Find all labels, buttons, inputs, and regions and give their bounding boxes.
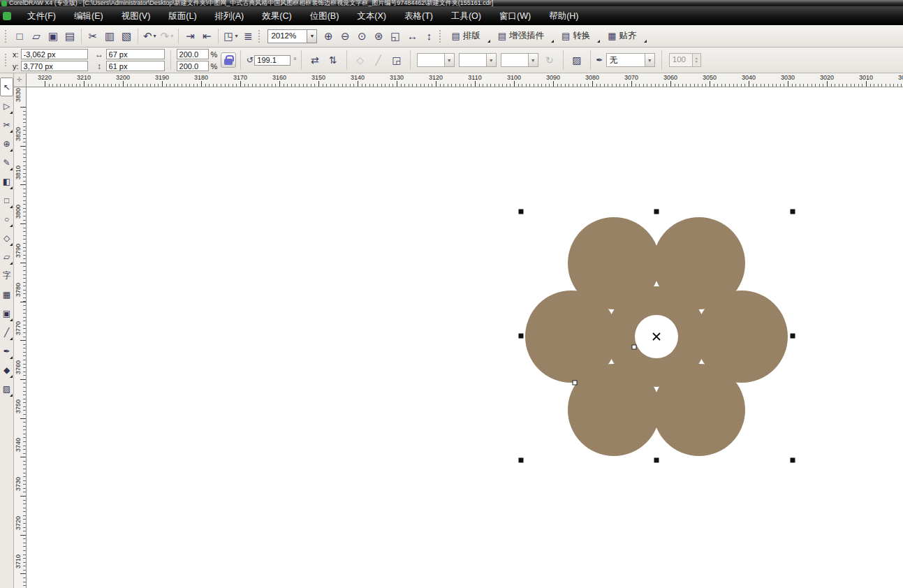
- scale-x-input[interactable]: [177, 49, 209, 59]
- new-button[interactable]: □: [11, 28, 28, 45]
- chevron-down-icon[interactable]: ▼: [307, 29, 317, 43]
- drawing-canvas[interactable]: [27, 87, 903, 588]
- plugins-button[interactable]: ▤增强插件: [492, 28, 550, 45]
- freehand-tool[interactable]: ✎: [0, 153, 13, 172]
- interactive-fill-tool[interactable]: ▨: [0, 379, 13, 398]
- zoom-selected-button[interactable]: ⊙: [353, 28, 370, 45]
- x-position-input[interactable]: [21, 49, 88, 59]
- zoom-tool[interactable]: ⊕: [0, 134, 13, 153]
- ruler-major-tick: [20, 535, 26, 536]
- curve-smoothness-button[interactable]: ◇: [352, 52, 369, 68]
- menu-item-file[interactable]: 文件(F): [18, 8, 65, 24]
- menu-item-arrange[interactable]: 排列(A): [206, 8, 254, 24]
- lock-ratio-button[interactable]: [221, 52, 236, 68]
- print-button[interactable]: ▤: [61, 28, 78, 45]
- convert-button[interactable]: ▤转换: [556, 28, 596, 45]
- menu-item-text[interactable]: 文本(X): [348, 8, 395, 24]
- zoom-height-button[interactable]: ↕: [420, 28, 437, 45]
- blend-tool[interactable]: ▣: [0, 304, 13, 323]
- toolbar-grip[interactable]: [258, 30, 261, 43]
- typeset-button[interactable]: ▤排版: [446, 28, 485, 45]
- vertical-ruler[interactable]: 3830382038103800379037803770376037503740…: [14, 87, 27, 588]
- snap-button[interactable]: ▦贴齐: [602, 28, 642, 45]
- fill-tool[interactable]: ◆: [0, 360, 13, 379]
- zoom-in-button[interactable]: ⊕: [320, 28, 337, 45]
- wrap-offset-spinner[interactable]: 100 ▲▼: [669, 53, 701, 67]
- polygon-tool[interactable]: ◇: [0, 228, 13, 247]
- mirror-vertical-button[interactable]: ⇅: [325, 52, 342, 68]
- pick-tool[interactable]: ↖: [0, 78, 13, 96]
- horizontal-ruler[interactable]: 3220321032003190318031703160315031403130…: [27, 73, 903, 87]
- smart-fill-tool[interactable]: ◧: [0, 172, 13, 191]
- flyout-corner-icon: [10, 205, 13, 208]
- shape-tool[interactable]: ▷: [0, 96, 13, 115]
- toolbar-grip[interactable]: [5, 30, 8, 43]
- outline-style-select[interactable]: ▼: [459, 53, 497, 67]
- chevron-down-icon[interactable]: ▾: [170, 33, 173, 39]
- ruler-origin-corner[interactable]: ✛: [14, 73, 27, 87]
- zoom-page-button[interactable]: ◱: [387, 28, 404, 45]
- eyedropper-tool[interactable]: ╱: [0, 323, 13, 341]
- menu-item-window[interactable]: 窗口(W): [490, 8, 540, 24]
- close-curve-button[interactable]: ↻: [541, 52, 558, 68]
- zoom-out-button[interactable]: ⊖: [337, 28, 353, 45]
- flyout-corner-icon: [10, 130, 13, 133]
- zoom-all-button[interactable]: ⊛: [370, 28, 387, 45]
- menu-item-tools[interactable]: 工具(O): [442, 8, 490, 24]
- redo-button[interactable]: ↷▾: [159, 28, 176, 45]
- end-arrowhead-select[interactable]: ▼: [501, 53, 538, 67]
- basic-shapes-tool[interactable]: ▱: [0, 247, 13, 266]
- object-width-input[interactable]: [106, 49, 165, 59]
- cut-button[interactable]: ✂: [85, 28, 101, 45]
- outline-width-select[interactable]: 无 ▼: [606, 53, 655, 67]
- start-arrowhead-select[interactable]: ▼: [417, 53, 455, 67]
- toolbar-grip[interactable]: [5, 54, 8, 66]
- chevron-down-icon[interactable]: ▾: [235, 33, 237, 39]
- app-launcher-button[interactable]: ◳▾: [221, 28, 240, 45]
- menu-item-bitmaps[interactable]: 位图(B): [301, 8, 348, 24]
- ruler-major-tick: [20, 146, 26, 147]
- button-label: 转换: [573, 30, 590, 42]
- object-height-input[interactable]: [106, 61, 165, 71]
- curve-node-marker[interactable]: [632, 345, 636, 349]
- open-button[interactable]: ▱: [28, 28, 45, 45]
- toolbox: ↖▷✂⊕✎◧□○◇▱字▦▣╱✒◆▨: [0, 73, 14, 588]
- outline-tool[interactable]: ✒: [0, 341, 13, 360]
- copy-button[interactable]: ▥: [101, 28, 118, 45]
- menu-item-help[interactable]: 帮助(H): [540, 8, 587, 24]
- zoom-level-value[interactable]: 2012%: [267, 29, 307, 43]
- menu-item-table[interactable]: 表格(T): [395, 8, 442, 24]
- rotation-angle-input[interactable]: [254, 55, 291, 66]
- table-tool[interactable]: ▦: [0, 285, 13, 304]
- crop-tool[interactable]: ✂: [0, 115, 13, 134]
- zoom-width-button[interactable]: ↔: [404, 28, 420, 45]
- export-button[interactable]: ⇤: [198, 28, 215, 45]
- paste-button[interactable]: ▧: [118, 28, 135, 45]
- title-bar: CorelDRAW X4 (专业版) - [C:\Users\Administr…: [0, 0, 903, 6]
- menu-item-layout[interactable]: 版面(L): [159, 8, 205, 24]
- text-tool[interactable]: 字: [0, 266, 13, 285]
- degree-label: °: [293, 56, 296, 64]
- y-label: y:: [13, 62, 19, 71]
- options-button[interactable]: ≣: [240, 28, 256, 45]
- scale-stretch-button[interactable]: ◲: [388, 52, 405, 68]
- mirror-horizontal-button[interactable]: ⇄: [307, 52, 323, 68]
- curve-node-marker[interactable]: [573, 381, 577, 385]
- convert-to-curve-button[interactable]: ╱: [370, 52, 387, 68]
- menu-item-edit[interactable]: 编辑(E): [65, 8, 112, 24]
- chevron-down-icon[interactable]: ▾: [154, 33, 156, 39]
- menu-item-effects[interactable]: 效果(C): [253, 8, 300, 24]
- chevron-down-icon: ▼: [487, 53, 497, 67]
- save-button[interactable]: ▣: [45, 28, 61, 45]
- rectangle-tool[interactable]: □: [0, 191, 13, 210]
- zoom-level-combo[interactable]: 2012%▼: [267, 29, 317, 43]
- y-position-input[interactable]: [21, 61, 88, 71]
- import-button[interactable]: ⇥: [182, 28, 198, 45]
- ruler-major-tick: [201, 81, 202, 87]
- wrap-text-button[interactable]: ▨: [568, 52, 585, 68]
- ellipse-tool[interactable]: ○: [0, 210, 13, 228]
- undo-button[interactable]: ↶▾: [141, 28, 159, 45]
- toolbar-grip[interactable]: [439, 30, 442, 43]
- scale-y-input[interactable]: [177, 61, 209, 71]
- menu-item-view[interactable]: 视图(V): [112, 8, 160, 24]
